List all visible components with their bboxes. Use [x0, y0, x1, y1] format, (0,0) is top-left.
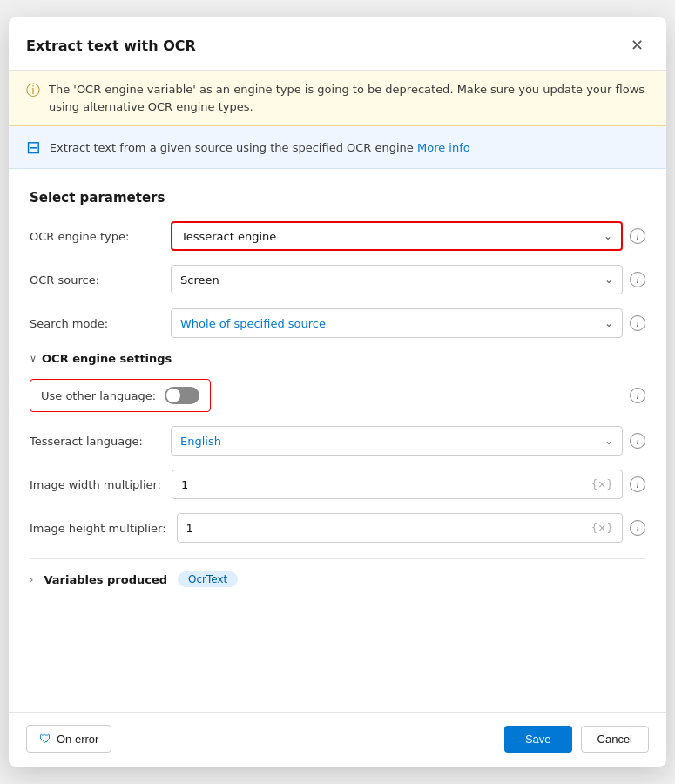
image-width-multiplier-input[interactable]: 1 {×}: [172, 470, 623, 499]
ocr-engine-type-dropdown[interactable]: Tesseract engine ⌄: [171, 221, 623, 251]
on-error-label: On error: [57, 733, 98, 746]
chevron-down-icon: ⌄: [604, 274, 613, 286]
ocr-engine-type-info[interactable]: i: [630, 228, 645, 244]
cancel-button[interactable]: Cancel: [581, 726, 649, 753]
info-banner: ⊟ Extract text from a given source using…: [9, 126, 666, 169]
chevron-down-icon: ⌄: [604, 435, 613, 447]
dialog-body: Select parameters OCR engine type: Tesse…: [9, 169, 666, 712]
clear-height-icon[interactable]: {×}: [591, 522, 613, 534]
image-width-multiplier-value: 1: [181, 478, 188, 491]
toggle-knob: [166, 389, 180, 402]
use-other-language-label: Use other language:: [41, 389, 156, 402]
info-text: Extract text from a given source using t…: [50, 141, 470, 154]
tesseract-language-row: Tesseract language: English ⌄ i: [30, 426, 645, 456]
warning-text: The 'OCR engine variable' as an engine t…: [49, 81, 649, 115]
dialog-footer: 🛡 On error Save Cancel: [9, 712, 666, 767]
extract-text-dialog: Extract text with OCR ✕ ⓘ The 'OCR engin…: [9, 17, 666, 767]
clear-width-icon[interactable]: {×}: [591, 478, 613, 490]
search-mode-dropdown[interactable]: Whole of specified source ⌄: [171, 308, 623, 338]
ocr-source-value: Screen: [180, 274, 219, 287]
shield-icon: 🛡: [39, 732, 51, 746]
search-mode-info[interactable]: i: [630, 315, 645, 331]
tesseract-language-info[interactable]: i: [630, 433, 645, 449]
dialog-title: Extract text with OCR: [26, 37, 196, 54]
ocr-source-control: Screen ⌄ i: [171, 265, 645, 294]
search-mode-control: Whole of specified source ⌄ i: [171, 308, 645, 338]
image-height-multiplier-row: Image height multiplier: 1 {×} i: [30, 513, 645, 543]
image-height-multiplier-input[interactable]: 1 {×}: [177, 513, 623, 543]
use-other-language-info[interactable]: i: [630, 388, 645, 403]
use-other-language-row: Use other language: i: [30, 379, 645, 412]
image-height-multiplier-label: Image height multiplier:: [30, 522, 166, 535]
use-other-language-toggle[interactable]: [165, 387, 199, 404]
ocr-source-dropdown[interactable]: Screen ⌄: [171, 265, 623, 294]
search-mode-row: Search mode: Whole of specified source ⌄…: [30, 308, 645, 338]
image-width-multiplier-row: Image width multiplier: 1 {×} i: [30, 470, 645, 499]
ocr-source-row: OCR source: Screen ⌄ i: [30, 265, 645, 294]
search-mode-value: Whole of specified source: [180, 317, 326, 330]
warning-icon: ⓘ: [26, 82, 40, 100]
image-width-multiplier-label: Image width multiplier:: [30, 478, 161, 491]
tesseract-language-value: English: [180, 435, 221, 448]
ocr-text-badge: OcrText: [178, 571, 238, 587]
image-height-multiplier-info[interactable]: i: [630, 520, 645, 536]
use-other-language-control: Use other language: i: [30, 379, 645, 412]
search-mode-label: Search mode:: [30, 317, 160, 330]
warning-banner: ⓘ The 'OCR engine variable' as an engine…: [9, 71, 666, 126]
variables-section: › Variables produced OcrText: [30, 558, 645, 599]
variables-label: Variables produced: [44, 573, 167, 586]
chevron-down-icon: ⌄: [604, 230, 612, 242]
ocr-icon: ⊟: [26, 137, 41, 158]
image-width-multiplier-control: 1 {×} i: [172, 470, 645, 499]
ocr-engine-type-row: OCR engine type: Tesseract engine ⌄ i: [30, 221, 645, 251]
close-button[interactable]: ✕: [624, 33, 649, 57]
ocr-engine-type-control: Tesseract engine ⌄ i: [171, 221, 645, 251]
engine-settings-header: ∨ OCR engine settings: [30, 352, 645, 365]
engine-settings-chevron[interactable]: ∨: [30, 353, 37, 364]
ocr-source-label: OCR source:: [30, 274, 160, 287]
tesseract-language-dropdown[interactable]: English ⌄: [171, 426, 623, 456]
use-other-language-toggle-container: Use other language:: [30, 379, 211, 412]
on-error-button[interactable]: 🛡 On error: [26, 725, 111, 753]
image-height-multiplier-value: 1: [186, 522, 193, 535]
ocr-engine-type-value: Tesseract engine: [181, 230, 276, 243]
more-info-link[interactable]: More info: [417, 141, 470, 154]
footer-right: Save Cancel: [504, 726, 649, 753]
ocr-source-info[interactable]: i: [630, 272, 645, 287]
parameters-section-title: Select parameters: [30, 190, 645, 206]
chevron-down-icon: ⌄: [604, 317, 613, 329]
save-button[interactable]: Save: [504, 726, 572, 753]
tesseract-language-control: English ⌄ i: [171, 426, 645, 456]
variables-chevron[interactable]: ›: [30, 574, 33, 585]
image-width-multiplier-info[interactable]: i: [630, 476, 645, 492]
tesseract-language-label: Tesseract language:: [30, 435, 160, 448]
dialog-header: Extract text with OCR ✕: [9, 17, 666, 71]
image-height-multiplier-control: 1 {×} i: [177, 513, 645, 543]
ocr-engine-type-label: OCR engine type:: [30, 230, 160, 243]
engine-settings-title: OCR engine settings: [42, 352, 172, 365]
